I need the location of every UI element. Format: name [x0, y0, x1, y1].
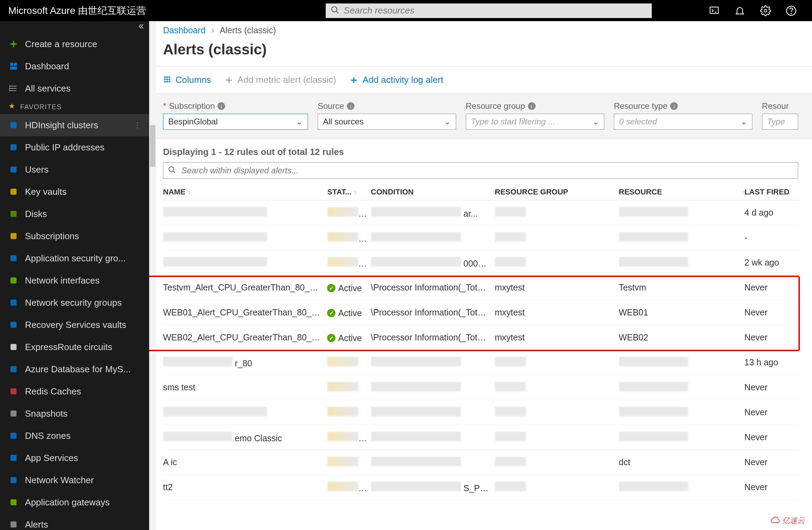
sidebar-item-disk[interactable]: Disks	[0, 203, 149, 225]
resource-type-dropdown[interactable]: 0 selected⌄	[614, 114, 752, 130]
alerts-search-input[interactable]	[163, 162, 798, 179]
search-input[interactable]	[326, 3, 652, 18]
resource-type-label: Resource typei	[614, 101, 752, 111]
list-icon	[8, 83, 19, 94]
sidebar-item-label: DNS zones	[25, 431, 71, 441]
key-icon	[8, 186, 19, 197]
sidebar-item-nw[interactable]: Network Watcher	[0, 469, 149, 491]
resource-dropdown[interactable]: Type	[762, 114, 798, 130]
table-row[interactable]: 000000 Bytes 000000 Bytes2 wk ago	[163, 250, 798, 275]
table-row[interactable]: Never	[163, 400, 798, 425]
subscription-label: *Subscriptioni	[163, 101, 308, 111]
sidebar-item-user[interactable]: Users	[0, 158, 149, 181]
svg-rect-31	[10, 433, 16, 438]
col-name[interactable]: NAME↑↓	[163, 188, 327, 197]
sidebar-item-label: Application security gro...	[25, 253, 126, 264]
table-row[interactable]: emo ClassicntNever	[163, 425, 798, 450]
col-condition[interactable]: CONDITION↑↓	[371, 188, 495, 197]
info-icon[interactable]: i	[347, 102, 354, 110]
sidebar-item-ip[interactable]: Public IP addresses	[0, 136, 149, 158]
cell-last-fired: Never	[744, 332, 798, 342]
table-row[interactable]: Testvm_Alert_CPU_GreaterThan_80_abc@...✓…	[163, 275, 798, 300]
scrollbar-thumb[interactable]	[150, 125, 155, 167]
add-metric-alert-button: ＋ Add metric alert (classic)	[224, 73, 336, 87]
settings-icon[interactable]	[759, 4, 772, 18]
sidebar-item-dns[interactable]: DNS zones	[0, 425, 149, 447]
notifications-icon[interactable]	[733, 4, 747, 18]
sidebar-item-er[interactable]: ExpressRoute circuits	[0, 336, 149, 358]
table-row[interactable]: WEB01_Alert_CPU_GreaterThan_80_abc@...✓A…	[163, 300, 798, 325]
more-icon[interactable]: ⋮	[134, 121, 141, 129]
svg-rect-34	[10, 499, 16, 505]
svg-rect-19	[10, 166, 16, 172]
global-search[interactable]	[326, 3, 652, 18]
sidebar-item-label: Public IP addresses	[25, 142, 104, 153]
sidebar-item-redis[interactable]: Redis Caches	[0, 380, 149, 402]
nav-dashboard[interactable]: Dashboard	[0, 55, 149, 77]
alerts-search[interactable]	[163, 162, 798, 179]
table-header: NAME↑↓ STAT...↑↓ CONDITION↑↓ RESOURCE GR…	[163, 184, 798, 200]
source-dropdown[interactable]: All sources⌄	[318, 114, 456, 130]
chevron-down-icon: ⌄	[444, 117, 451, 127]
col-resource-group[interactable]: RESOURCE GROUP↑↓	[495, 188, 619, 197]
nav-create-resource[interactable]: Create a resource	[0, 33, 149, 55]
sidebar-item-key2[interactable]: Subscriptions	[0, 225, 149, 247]
shell-icon[interactable]	[707, 4, 721, 18]
cell-status: ✓Active	[327, 282, 371, 293]
col-last-fired[interactable]: LAST FIRED	[744, 188, 798, 197]
table-row[interactable]: tt2S_Peco S_PecoNever	[163, 475, 798, 500]
svg-rect-9	[14, 63, 17, 66]
alerts-table: NAME↑↓ STAT...↑↓ CONDITION↑↓ RESOURCE GR…	[149, 184, 812, 530]
sidebar-item-asg[interactable]: Application security gro...	[0, 247, 149, 269]
sidebar-item-rsv[interactable]: Recovery Services vaults	[0, 314, 149, 336]
nav-all-services[interactable]: All services	[0, 77, 149, 99]
status-active-icon: ✓	[327, 309, 335, 317]
columns-button[interactable]: Columns	[163, 74, 211, 86]
table-row[interactable]: e...-	[163, 225, 798, 250]
svg-rect-33	[10, 477, 16, 483]
sidebar-item-key[interactable]: Key vaults	[0, 181, 149, 203]
sidebar-item-agw[interactable]: Application gateways	[0, 491, 149, 513]
table-row[interactable]: ar... ar...4 d ago	[163, 200, 798, 225]
info-icon[interactable]: i	[528, 102, 536, 110]
svg-rect-21	[10, 211, 16, 217]
subscription-dropdown[interactable]: BespinGlobal⌄	[163, 114, 308, 130]
info-icon[interactable]: i	[670, 102, 678, 110]
table-row[interactable]: A icdctNever	[163, 450, 798, 475]
table-row[interactable]: r_8013 h ago	[163, 350, 798, 375]
plus-icon: ＋	[349, 73, 359, 87]
add-activity-log-alert-button[interactable]: ＋ Add activity log alert	[349, 73, 443, 87]
cell-status: ✓Active	[327, 307, 371, 318]
mysql-icon	[8, 364, 19, 374]
cell-last-fired: Never	[744, 307, 798, 318]
svg-rect-30	[10, 410, 16, 416]
sidebar-item-hdinsight[interactable]: HDInsight clusters⋮	[0, 114, 149, 136]
info-icon[interactable]: i	[217, 102, 225, 110]
svg-rect-35	[10, 521, 16, 527]
col-resource[interactable]: RESOURCE↑↓	[619, 188, 744, 197]
svg-rect-8	[10, 63, 13, 66]
table-row[interactable]: sms testNever	[163, 375, 798, 400]
svg-rect-18	[10, 144, 16, 150]
sidebar-item-nsg[interactable]: Network security groups	[0, 292, 149, 314]
help-icon[interactable]	[784, 4, 798, 18]
col-status[interactable]: STAT...↑↓	[327, 188, 371, 197]
sidebar-item-label: Key vaults	[25, 186, 67, 197]
status-active-icon: ✓	[327, 334, 335, 342]
table-row[interactable]: WEB02_Alert_CPU_GreaterThan_80_abc@...✓A…	[163, 325, 798, 350]
resource-group-dropdown[interactable]: Type to start filtering ...⌄	[466, 114, 604, 130]
sidebar-item-mysql[interactable]: Azure Database for MyS...	[0, 358, 149, 380]
redis-icon	[8, 386, 19, 397]
breadcrumb-root[interactable]: Dashboard	[163, 25, 205, 35]
nsg-icon	[8, 297, 19, 308]
sidebar-item-snap[interactable]: Snapshots	[0, 402, 149, 425]
nav-label: All services	[25, 83, 70, 94]
sidebar-collapse-icon[interactable]	[137, 22, 145, 32]
sidebar-item-label: Network security groups	[25, 297, 122, 308]
svg-rect-17	[10, 122, 16, 128]
filter-bar: *Subscriptioni BespinGlobal⌄ Sourcei All…	[149, 94, 812, 139]
sidebar-item-apps[interactable]: App Services	[0, 447, 149, 469]
sidebar-item-nic[interactable]: Network interfaces	[0, 269, 149, 292]
sidebar-item-alert[interactable]: Alerts	[0, 513, 149, 530]
search-icon	[331, 6, 340, 16]
